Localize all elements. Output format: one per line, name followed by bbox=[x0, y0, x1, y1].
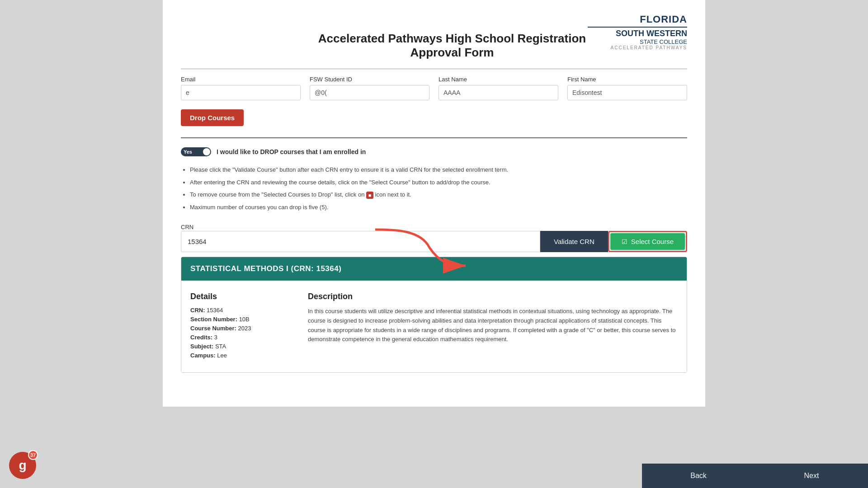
logo-state: STATE COLLEGE bbox=[588, 38, 687, 45]
section-divider bbox=[181, 137, 687, 138]
toggle-row: Yes I would like to DROP courses that I … bbox=[181, 147, 687, 156]
section-detail: Section Number: 10B bbox=[190, 316, 290, 323]
fsw-id-field[interactable] bbox=[310, 85, 429, 100]
drop-courses-button[interactable]: Drop Courses bbox=[181, 109, 244, 126]
page-title: Accelerated Pathways High School Registr… bbox=[316, 32, 588, 60]
logo-area: FLORIDA SOUTH WESTERN STATE COLLEGE ACCE… bbox=[588, 14, 687, 50]
page-wrapper: Accelerated Pathways High School Registr… bbox=[0, 0, 868, 488]
logo-divider bbox=[588, 27, 687, 28]
header-area: Accelerated Pathways High School Registr… bbox=[181, 14, 687, 60]
details-heading: Details bbox=[190, 292, 290, 301]
fsw-id-group: FSW Student ID bbox=[310, 76, 429, 100]
toggle-yes-label: Yes bbox=[181, 147, 195, 156]
instructions-list: Please click the "Validate Course" butto… bbox=[190, 165, 687, 211]
first-name-field[interactable] bbox=[567, 85, 687, 100]
last-name-field[interactable] bbox=[439, 85, 558, 100]
header-divider bbox=[181, 69, 687, 69]
instruction-3: To remove course from the "Selected Cour… bbox=[190, 190, 687, 199]
instruction-1: Please click the "Validate Course" butto… bbox=[190, 165, 687, 174]
details-column: Details CRN: 15364 Section Number: 10B C… bbox=[190, 292, 290, 361]
fields-row: Email FSW Student ID Last Name First Nam… bbox=[181, 76, 687, 100]
description-heading: Description bbox=[308, 292, 678, 301]
next-button[interactable]: Next bbox=[755, 464, 868, 488]
first-name-group: First Name bbox=[567, 76, 687, 100]
crn-section: CRN Validate CRN ☑ Select Course bbox=[181, 223, 687, 252]
crn-row: Validate CRN ☑ Select Course bbox=[181, 231, 687, 252]
avatar-letter: g bbox=[19, 458, 26, 473]
back-button[interactable]: Back bbox=[642, 464, 755, 488]
instruction-2: After entering the CRN and reviewing the… bbox=[190, 178, 687, 187]
course-number-detail: Course Number: 2023 bbox=[190, 325, 290, 332]
validate-button[interactable]: Validate CRN bbox=[540, 231, 608, 252]
course-card: STATISTICAL METHODS I (CRN: 15364) Detai… bbox=[181, 257, 687, 373]
campus-detail: Campus: Lee bbox=[190, 352, 290, 359]
logo-southwestern: SOUTH WESTERN bbox=[588, 29, 687, 38]
logo-accelerated: ACCELERATED PATHWAYS bbox=[588, 45, 687, 50]
email-label: Email bbox=[181, 76, 301, 83]
email-field[interactable] bbox=[181, 85, 301, 100]
last-name-label: Last Name bbox=[439, 76, 558, 83]
crn-detail: CRN: 15364 bbox=[190, 307, 290, 314]
bottom-bar: Back Next bbox=[642, 464, 868, 488]
select-course-label: Select Course bbox=[631, 238, 674, 245]
toggle-description: I would like to DROP courses that I am e… bbox=[217, 148, 366, 155]
first-name-label: First Name bbox=[567, 76, 687, 83]
email-group: Email bbox=[181, 76, 301, 100]
checkmark-icon: ☑ bbox=[622, 238, 627, 245]
toggle-container[interactable]: Yes bbox=[181, 147, 211, 156]
fsw-id-label: FSW Student ID bbox=[310, 76, 429, 83]
select-course-btn-wrapper: ☑ Select Course bbox=[608, 231, 687, 252]
crn-label: CRN bbox=[181, 224, 193, 230]
avatar-count: 37 bbox=[28, 450, 38, 460]
description-column: Description In this course students will… bbox=[308, 292, 678, 361]
course-card-header: STATISTICAL METHODS I (CRN: 15364) bbox=[181, 257, 687, 281]
toggle-knob bbox=[203, 148, 210, 155]
course-card-body: Details CRN: 15364 Section Number: 10B C… bbox=[181, 281, 687, 372]
remove-icon: ■ bbox=[366, 192, 373, 199]
subject-detail: Subject: STA bbox=[190, 343, 290, 350]
credits-detail: Credits: 3 bbox=[190, 334, 290, 341]
form-container: Accelerated Pathways High School Registr… bbox=[163, 0, 705, 407]
select-course-button[interactable]: ☑ Select Course bbox=[610, 233, 685, 250]
toggle-switch[interactable] bbox=[195, 147, 211, 156]
course-description: In this course students will utilize des… bbox=[308, 307, 678, 344]
logo-florida: FLORIDA bbox=[588, 14, 687, 25]
instruction-4: Maximum number of courses you can drop i… bbox=[190, 203, 687, 212]
last-name-group: Last Name bbox=[439, 76, 558, 100]
avatar-badge[interactable]: g 37 bbox=[9, 452, 36, 479]
crn-input[interactable] bbox=[181, 231, 540, 252]
